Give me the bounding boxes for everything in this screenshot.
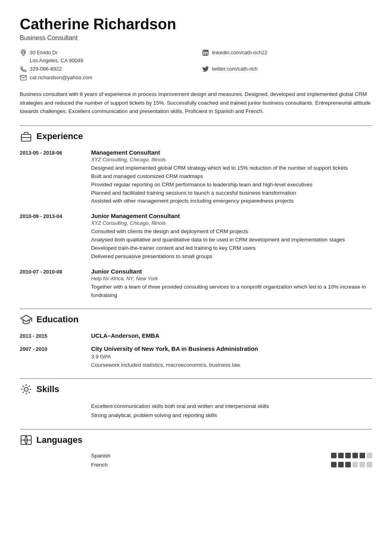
filled-dot [360, 453, 365, 458]
bullet-item: Analysed both qualitative and quantitati… [91, 236, 372, 244]
phone-number: 329-086-8922 [30, 65, 62, 73]
job-title: Junior Consultant [91, 268, 372, 275]
svg-marker-7 [21, 315, 32, 322]
experience-section: Experience 2013-05 - 2018-06Management C… [20, 125, 372, 300]
linkedin-url: linkedin.com/cath-rich22 [212, 49, 267, 57]
education-title: Education [36, 314, 78, 325]
exp-dates: 2010-09 - 2013-04 [20, 212, 87, 261]
bullet-item: Delivered persuasive presentations to sm… [91, 253, 372, 261]
edu-detail: Coursework included statistics, macroeco… [91, 361, 372, 369]
exp-content: Management ConsultantXYZ Consulting, Chi… [91, 149, 372, 206]
language-item: Spanish [20, 453, 372, 459]
job-title: Management Consultant [91, 149, 372, 156]
bullet-item: Planned and facilitated training session… [91, 189, 372, 197]
edu-content: City University of New York, BA in Busin… [91, 345, 372, 369]
bullet-item: Developed train-the-trainer content and … [91, 244, 372, 253]
bullet-item: Designed and implemented global CRM stra… [91, 164, 372, 172]
filled-dot [338, 462, 344, 467]
education-header: Education [20, 308, 372, 326]
edu-degree: UCLA–Anderson, EMBA [91, 332, 372, 339]
experience-item: 2010-07 - 2010-08Junior ConsultantHelp f… [20, 268, 372, 300]
edu-content: UCLA–Anderson, EMBA [91, 332, 372, 340]
skills-header: Skills [20, 378, 372, 396]
svg-point-3 [204, 51, 204, 52]
skill-spacer [20, 402, 87, 411]
summary-text: Business consultant with 8 years of expe… [20, 90, 372, 116]
twitter-url: twitter.com/cath-rich [212, 65, 258, 73]
languages-title: Languages [36, 435, 82, 445]
language-level [293, 462, 372, 467]
filled-dot [331, 462, 337, 467]
exp-dates: 2010-07 - 2010-08 [20, 268, 87, 300]
email-icon [20, 74, 27, 81]
languages-list: SpanishFrench [20, 453, 372, 468]
candidate-name: Catherine Richardson [20, 16, 372, 33]
job-company: XYZ Consulting, Chicago, Illinois [91, 157, 372, 163]
language-item: French [20, 462, 372, 468]
linkedin-icon [202, 49, 209, 56]
experience-title: Experience [36, 131, 83, 142]
experience-item: 2010-09 - 2013-04Junior Management Consu… [20, 212, 372, 261]
edu-detail: 3.9 GPA [91, 353, 372, 361]
languages-section: Languages SpanishFrench [20, 429, 372, 468]
empty-dot [360, 462, 365, 467]
bullet-item: Together with a team of three provided c… [91, 283, 372, 300]
phone-item: 329-086-8922 [20, 65, 190, 73]
skill-row: Excellent communication skills both oral… [20, 402, 372, 411]
skill-row: Strong analytical, problem solving and r… [20, 411, 372, 420]
edu-dates: 2013 - 2015 [20, 332, 87, 340]
job-company: XYZ Consulting, Chicago, Illinois [91, 220, 372, 226]
skills-section: Skills Excellent communication skills bo… [20, 378, 372, 420]
bullet-item: Assisted with other management projects … [91, 197, 372, 205]
job-bullets: Together with a team of three provided c… [91, 283, 372, 300]
skill-spacer [20, 411, 87, 420]
exp-dates: 2013-05 - 2018-06 [20, 149, 87, 206]
filled-dot [345, 462, 351, 467]
graduation-icon [20, 313, 32, 326]
filled-dot [345, 453, 351, 458]
svg-point-9 [24, 387, 28, 391]
filled-dot [331, 453, 337, 458]
exp-content: Junior Management ConsultantXYZ Consulti… [91, 212, 372, 261]
email-item: cat.richardson@yahoo.com [20, 74, 190, 82]
empty-dot [367, 453, 372, 458]
edu-dates: 2007 - 2010 [20, 345, 87, 369]
skill-item: Strong analytical, problem solving and r… [91, 411, 372, 420]
education-section: Education 2013 - 2015UCLA–Anderson, EMBA… [20, 308, 372, 369]
experience-item: 2013-05 - 2018-06Management ConsultantXY… [20, 149, 372, 206]
experience-header: Experience [20, 125, 372, 143]
svg-rect-2 [204, 52, 204, 55]
edu-degree: City University of New York, BA in Busin… [91, 345, 372, 352]
job-company: Help for Africa, NY, New York [91, 276, 372, 281]
language-level [293, 453, 372, 458]
linkedin-item: linkedin.com/cath-rich22 [202, 49, 372, 64]
empty-dot [367, 462, 372, 467]
candidate-title: Business Consultant [20, 34, 372, 42]
twitter-icon [202, 65, 209, 73]
language-name: French [91, 462, 289, 468]
phone-icon [20, 65, 27, 73]
skills-list: Excellent communication skills both oral… [20, 402, 372, 420]
job-title: Junior Management Consultant [91, 212, 372, 219]
empty-dot [352, 462, 358, 467]
bullet-item: Built and managed customized CRM roadmap… [91, 172, 372, 181]
bullet-item: Provided regular reporting on CRM perfor… [91, 181, 372, 189]
languages-icon [20, 434, 32, 446]
exp-content: Junior ConsultantHelp for Africa, NY, Ne… [91, 268, 372, 300]
briefcase-icon [20, 130, 32, 143]
skills-icon [20, 383, 32, 396]
languages-header: Languages [20, 429, 372, 446]
email-address: cat.richardson@yahoo.com [30, 74, 92, 82]
contact-section: 30 Elvido Dr Los Angeles, CA 90049 linke… [20, 49, 372, 81]
address-line1: 30 Elvido Dr [30, 49, 83, 57]
experience-list: 2013-05 - 2018-06Management ConsultantXY… [20, 149, 372, 300]
twitter-item: twitter.com/cath-rich [202, 65, 372, 73]
svg-point-0 [22, 51, 25, 54]
filled-dot [352, 453, 358, 458]
job-bullets: Designed and implemented global CRM stra… [91, 164, 372, 206]
address-item: 30 Elvido Dr Los Angeles, CA 90049 [20, 49, 190, 64]
location-icon [20, 49, 27, 56]
filled-dot [338, 453, 344, 458]
education-list: 2013 - 2015UCLA–Anderson, EMBA2007 - 201… [20, 332, 372, 369]
skill-item: Excellent communication skills both oral… [91, 402, 372, 411]
